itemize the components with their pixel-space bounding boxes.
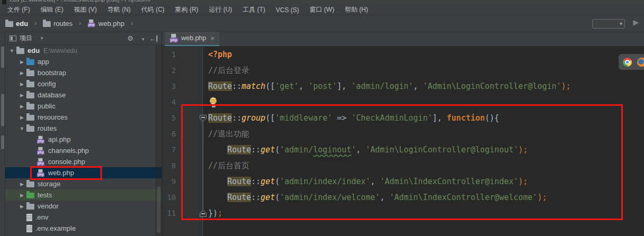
expand-arrow-icon[interactable]: ▶ (17, 59, 26, 65)
tree-item-database[interactable]: ▶database (5, 89, 162, 101)
tree-item-app[interactable]: ▶app (5, 56, 162, 67)
code-line-9[interactable]: 9 Route::get('admin/index/index', 'Admin… (162, 174, 644, 189)
window-title: edu [E:\www\edu] - ..\routes\web.php [ed… (10, 0, 151, 3)
code-line-5[interactable]: 5Route::group(['middleware' => 'CheckAdm… (162, 110, 644, 126)
menu-item-5[interactable]: 重构 (R) (170, 5, 203, 14)
tree-item-label: config (38, 80, 56, 88)
project-view-icon (10, 35, 16, 41)
editor-tab-bar: php web.php × (162, 32, 644, 47)
tree-item-config[interactable]: ▶config (5, 78, 162, 89)
tree-scrollbar[interactable] (155, 45, 162, 236)
line-number-1[interactable]: 1 (162, 47, 176, 62)
code-line-8[interactable]: 8//后台首页 (162, 158, 644, 174)
menu-item-0[interactable]: 文件 (F) (2, 5, 35, 14)
code-line-3[interactable]: 3Route::match(['get', 'post'], 'admin/lo… (162, 78, 644, 94)
line-number-9[interactable]: 9 (162, 174, 176, 189)
expand-arrow-icon[interactable]: ▶ (17, 115, 26, 120)
tree-item-label: edu (27, 47, 40, 55)
menu-item-9[interactable]: 窗口 (W) (304, 5, 340, 14)
code-text: <?php (208, 47, 232, 62)
run-configuration-select[interactable]: ▾ (592, 19, 625, 29)
line-number-7[interactable]: 7 (162, 142, 176, 158)
line-number-10[interactable]: 10 (162, 189, 176, 205)
tree-item-label: bootstrap (38, 69, 66, 77)
tree-item-.env[interactable]: .env (5, 212, 162, 223)
menu-item-8[interactable]: VCS (S) (270, 6, 304, 14)
tree-scrollbar-thumb[interactable] (157, 186, 161, 233)
menu-item-7[interactable]: 工具 (T) (237, 5, 270, 14)
chrome-icon[interactable] (623, 58, 632, 67)
tree-item-web.php[interactable]: phpweb.php (5, 167, 162, 178)
menu-item-1[interactable]: 编辑 (E) (35, 5, 69, 14)
line-number-8[interactable]: 8 (162, 158, 176, 174)
line-number-11[interactable]: 11 (162, 205, 176, 221)
menu-item-6[interactable]: 运行 (U) (203, 5, 237, 14)
tree-item-bootstrap[interactable]: ▶bootstrap (5, 67, 162, 78)
menu-item-10[interactable]: 帮助 (H) (340, 5, 374, 14)
open-in-browser-popup (619, 54, 644, 70)
tree-item-label: tests (38, 191, 52, 199)
tree-item-console.php[interactable]: phpconsole.php (5, 156, 162, 167)
expand-arrow-icon[interactable]: ▶ (17, 70, 26, 76)
code-line-2[interactable]: 2//后台登录 (162, 62, 644, 78)
menu-item-3[interactable]: 导航 (N) (102, 5, 136, 14)
folder-icon (43, 21, 51, 27)
project-panel-title: 项目 (20, 34, 32, 43)
code-editor[interactable]: 1<?php2//后台登录3Route::match(['get', 'post… (162, 47, 644, 236)
tree-item-.env.example[interactable]: .env.example (5, 223, 162, 234)
tree-item-storage[interactable]: ▶storage (5, 178, 162, 189)
editor-area: php web.php × 1<?php2//后台登录3Route::match… (162, 32, 644, 236)
line-number-4[interactable]: 4 (162, 94, 176, 110)
chevron-down-icon[interactable]: ▾ (41, 35, 43, 41)
line-number-5[interactable]: 5 (162, 110, 176, 126)
expand-arrow-icon[interactable]: ▶ (17, 181, 26, 187)
intention-bulb-icon[interactable] (210, 97, 217, 110)
expand-arrow-icon[interactable]: ▶ (17, 81, 26, 87)
tree-item-tests[interactable]: ▶tests (5, 189, 162, 201)
expand-arrow-icon[interactable]: ▶ (17, 193, 26, 198)
code-line-11[interactable]: 11}); (162, 205, 644, 221)
line-number-2[interactable]: 2 (162, 62, 176, 78)
tree-item-routes[interactable]: ▼routes (5, 123, 162, 134)
close-icon[interactable]: × (210, 34, 214, 42)
code-text: //后台登录 (208, 62, 249, 78)
code-line-6[interactable]: 6//退出功能 (162, 126, 644, 142)
breadcrumb-item-routes[interactable]: routes (43, 20, 72, 28)
expand-arrow-icon[interactable]: ▶ (17, 93, 26, 98)
expand-arrow-icon[interactable]: ▶ (17, 104, 26, 109)
code-line-7[interactable]: 7 Route::get('admin/loginout', 'Admin\Lo… (162, 142, 644, 158)
breadcrumb-label: edu (16, 20, 28, 28)
breadcrumb-item-edu[interactable]: edu (5, 20, 28, 28)
gear-icon[interactable]: ⚙▾ (127, 34, 144, 42)
collapse-arrow-icon[interactable]: ▼ (17, 126, 26, 131)
tree-item-api.php[interactable]: phpapi.php (5, 134, 162, 145)
tool-window-stripe[interactable] (0, 32, 5, 236)
tree-item-edu[interactable]: ▼eduE:\www\edu (5, 45, 162, 56)
firefox-icon[interactable] (637, 58, 644, 67)
menu-item-2[interactable]: 视图 (V) (69, 5, 102, 14)
folder-icon (26, 181, 34, 187)
tool-window-button-fragment (1, 135, 4, 149)
fold-end-marker[interactable] (200, 210, 207, 217)
fold-start-marker[interactable] (200, 115, 207, 122)
menu-item-4[interactable]: 代码 (C) (136, 5, 170, 14)
expand-arrow-icon[interactable]: ▶ (17, 204, 26, 209)
collapse-arrow-icon[interactable]: ▼ (7, 48, 16, 53)
tree-item-public[interactable]: ▶public (5, 101, 162, 112)
folder-icon (5, 21, 13, 27)
breadcrumb-label: routes (53, 20, 72, 28)
breadcrumb-item-web.php[interactable]: phpweb.php (87, 19, 124, 28)
php-file-icon: php (37, 147, 44, 154)
tree-item-channels.php[interactable]: phpchannels.php (5, 145, 162, 156)
tree-item-label: api.php (48, 135, 71, 143)
tree-item-vendor[interactable]: ▶vendor (5, 201, 162, 212)
hide-panel-icon[interactable]: ← (150, 35, 157, 42)
code-line-4[interactable]: 4 (162, 94, 644, 110)
tab-web-php[interactable]: php web.php × (165, 31, 219, 46)
code-line-10[interactable]: 10 Route::get('admin/index/welcome', 'Ad… (162, 189, 644, 205)
line-number-6[interactable]: 6 (162, 126, 176, 142)
tree-item-resources[interactable]: ▶resources (5, 112, 162, 123)
line-number-3[interactable]: 3 (162, 78, 176, 94)
run-button[interactable]: ▶ (633, 18, 639, 26)
code-line-1[interactable]: 1<?php (162, 47, 644, 62)
